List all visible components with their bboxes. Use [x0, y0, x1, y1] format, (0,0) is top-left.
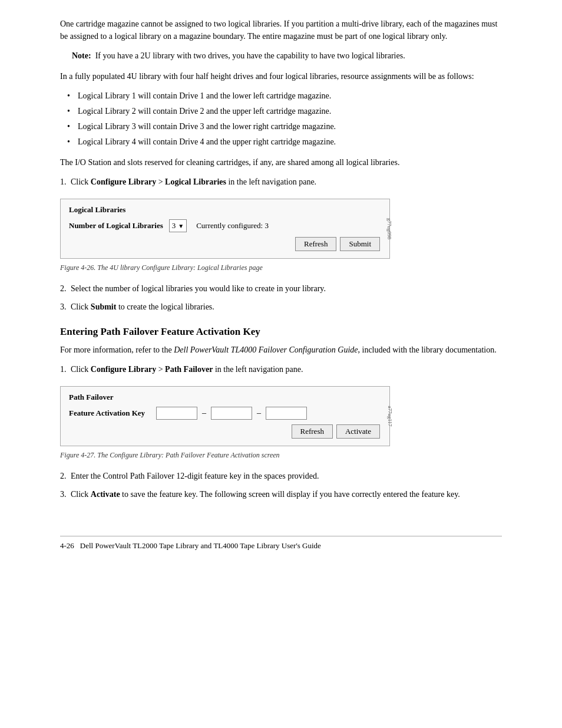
fig26-submit-button[interactable]: Submit [340, 237, 380, 251]
note-content: If you have a 2U library with two drives… [95, 51, 405, 60]
step-pf-2: 2. Enter the Control Path Failover 12-di… [60, 470, 502, 482]
fig27-caption: Figure 4-27. The Configure Library: Path… [60, 450, 502, 460]
step-pf-3: 3. Click Activate to save the feature ke… [60, 488, 502, 500]
section-heading-failover: Entering Path Failover Feature Activatio… [60, 326, 502, 338]
paragraph-2: In a fully populated 4U library with fou… [60, 70, 502, 83]
note-text: Note: If you have a 2U library with two … [72, 50, 502, 62]
page-content: One cartridge magazine cannot be assigne… [60, 18, 502, 551]
figure-27-box: Path Failover Feature Activation Key – –… [60, 386, 390, 446]
fig26-side-label: g77ug098 [386, 218, 392, 239]
step-1: 1. Click Configure Library > Logical Lib… [60, 176, 502, 188]
fig26-select-value: 3 [172, 221, 176, 230]
footer-title: Dell PowerVault TL2000 Tape Library and … [80, 541, 321, 551]
note-label: Note: [72, 51, 91, 60]
fig27-refresh-button[interactable]: Refresh [292, 424, 333, 439]
paragraph-1: One cartridge magazine cannot be assigne… [60, 18, 502, 42]
fig26-select[interactable]: 3 ▼ [169, 219, 187, 232]
fig26-row: Number of Logical Libraries 3 ▼ Currentl… [69, 219, 381, 232]
bullet-list: Logical Library 1 will contain Drive 1 a… [78, 90, 502, 148]
chevron-down-icon: ▼ [178, 223, 184, 229]
list-item: Logical Library 1 will contain Drive 1 a… [78, 90, 502, 102]
fig27-field-label: Feature Activation Key [69, 409, 151, 418]
footer-bar: 4-26 Dell PowerVault TL2000 Tape Library… [60, 536, 502, 551]
fig26-configured: Currently configured: 3 [196, 221, 269, 230]
fig26-caption: Figure 4-26. The 4U library Configure Li… [60, 262, 502, 273]
fig26-buttons: Refresh Submit [69, 237, 381, 251]
fig27-activate-button[interactable]: Activate [336, 424, 380, 439]
fig27-title: Path Failover [69, 393, 381, 402]
step-pf-1: 1. Click Configure Library > Path Failov… [60, 363, 502, 375]
fig27-buttons: Refresh Activate [69, 424, 381, 439]
figure-26-box: Logical Libraries Number of Logical Libr… [60, 199, 390, 259]
fig27-row: Feature Activation Key – – [69, 407, 381, 420]
fig26-field-label: Number of Logical Libraries [69, 221, 163, 230]
fig27-key-input-3[interactable] [266, 407, 307, 420]
fig26-title: Logical Libraries [69, 205, 381, 215]
fig27-dash-1: – [202, 409, 206, 418]
footer-page: 4-26 [60, 541, 74, 551]
failover-para: For more information, refer to the Dell … [60, 344, 502, 356]
fig27-dash-2: – [257, 409, 261, 418]
paragraph-3: The I/O Station and slots reserved for c… [60, 156, 502, 169]
step-2: 2. Select the number of logical librarie… [60, 282, 502, 295]
step-3: 3. Click Submit to create the logical li… [60, 301, 502, 313]
list-item: Logical Library 2 will contain Drive 2 a… [78, 105, 502, 117]
list-item: Logical Library 4 will contain Drive 4 a… [78, 136, 502, 148]
note-block: Note: If you have a 2U library with two … [60, 50, 502, 62]
fig27-key-input-1[interactable] [156, 407, 197, 420]
fig27-key-input-2[interactable] [211, 407, 252, 420]
list-item: Logical Library 3 will contain Drive 3 a… [78, 120, 502, 133]
fig26-refresh-button[interactable]: Refresh [295, 237, 336, 251]
fig27-side-label: a77ug117 [386, 406, 392, 426]
